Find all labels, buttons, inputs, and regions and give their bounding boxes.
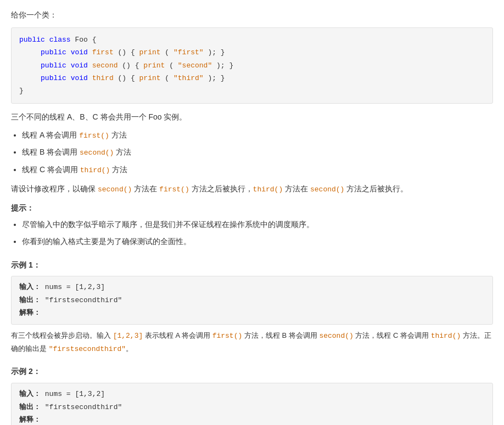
keyword-void2: void (71, 61, 88, 70)
print1: print (139, 48, 161, 56)
print2: print (143, 61, 165, 70)
method-third: third (92, 74, 114, 82)
ex1-first: first() (212, 332, 243, 340)
inline-third: third() (253, 185, 283, 194)
example1-section: 示例 1： 输入： nums = [1,2,3] 输出： "firstsecon… (11, 259, 493, 356)
string-third: "third" (173, 74, 204, 82)
inline-first: first() (159, 185, 189, 194)
example1-explain-text: 有三个线程会被异步启动。输入 [1,2,3] 表示线程 A 将会调用 first… (11, 329, 493, 356)
bullets-list: 线程 A 将会调用 first() 方法 线程 B 将会调用 second() … (22, 128, 493, 177)
example2-output: 输出： "firstsecondthird" (19, 401, 485, 413)
keyword-class: class (49, 36, 71, 44)
example1-explain-label: 解释： (19, 309, 41, 317)
code-line-1: public class Foo { (19, 33, 485, 46)
method-second: second (92, 61, 118, 70)
string-first: "first" (173, 48, 204, 56)
example2-input-value: nums = [1,3,2] (45, 390, 105, 398)
ex1-output: "firstsecondthird" (49, 345, 126, 353)
example1-output-label: 输出： (19, 296, 41, 304)
example1-input-label: 输入： (19, 283, 41, 291)
code-block: public class Foo { public void first () … (11, 27, 493, 104)
print3: print (139, 74, 161, 82)
method-first: first (92, 48, 114, 56)
keyword-void3: void (71, 74, 88, 82)
example1-input-value: nums = [1,2,3] (45, 283, 105, 291)
bullet-item-2: 线程 B 将会调用 second() 方法 (22, 145, 493, 159)
bullet-item-1: 线程 A 将会调用 first() 方法 (22, 128, 493, 142)
string-second: "second" (178, 61, 212, 70)
desc2-text: 请设计修改程序，以确保 second() 方法在 first() 方法之后被执行… (11, 182, 493, 196)
inline-code-third1: third() (80, 166, 110, 174)
example1-input-inline: [1,2,3] (113, 332, 143, 340)
inline-code-first1: first() (79, 132, 109, 140)
example2-explain-label: 解释： (19, 416, 41, 424)
ex1-third: third() (431, 332, 461, 340)
keyword-public: public (19, 36, 45, 44)
code-line-3: public void second () { print ( "second"… (19, 59, 485, 72)
keyword-public4: public (41, 74, 66, 82)
example2-explain-label-row: 解释： (19, 413, 485, 425)
hint-item-2: 你看到的输入格式主要是为了确保测试的全面性。 (22, 235, 493, 248)
example1-output-value: "firstsecondthird" (45, 296, 122, 304)
example1-block: 输入： nums = [1,2,3] 输出： "firstsecondthird… (11, 276, 493, 324)
example2-input: 输入： nums = [1,3,2] (19, 388, 485, 400)
hint-title: 提示： (11, 202, 493, 215)
example1-title: 示例 1： (11, 259, 493, 272)
code-line-4: public void third () { print ( "third" )… (19, 72, 485, 84)
example1-input: 输入： nums = [1,2,3] (19, 281, 485, 293)
code-line-5: } (19, 84, 485, 97)
bullet-item-3: 线程 C 将会调用 third() 方法 (22, 163, 493, 177)
example2-input-label: 输入： (19, 390, 41, 398)
example2-section: 示例 2： 输入： nums = [1,3,2] 输出： "firstsecon… (11, 365, 493, 425)
desc1-text: 三个不同的线程 A、B、C 将会共用一个 Foo 实例。 (11, 110, 493, 124)
hint-item-1: 尽管输入中的数字似乎暗示了顺序，但是我们并不保证线程在操作系统中的调度顺序。 (22, 218, 493, 231)
intro-text: 给你一个类： (11, 9, 493, 22)
example1-explain-label-row: 解释： (19, 307, 485, 319)
code-line-2: public void first () { print ( "first" )… (19, 46, 485, 59)
example2-block: 输入： nums = [1,3,2] 输出： "firstsecondthird… (11, 383, 493, 425)
inline-code-second1: second() (80, 149, 114, 157)
ex1-second: second() (319, 332, 353, 340)
keyword-public2: public (41, 48, 66, 56)
keyword-public3: public (41, 61, 66, 70)
inline-second: second() (98, 185, 132, 194)
hints-list: 尽管输入中的数字似乎暗示了顺序，但是我们并不保证线程在操作系统中的调度顺序。 你… (22, 218, 493, 248)
keyword-void1: void (71, 48, 88, 56)
example2-title: 示例 2： (11, 365, 493, 378)
inline-second2: second() (310, 185, 344, 194)
example2-output-value: "firstsecondthird" (45, 403, 122, 411)
example2-output-label: 输出： (19, 403, 41, 411)
example1-output: 输出： "firstsecondthird" (19, 294, 485, 307)
